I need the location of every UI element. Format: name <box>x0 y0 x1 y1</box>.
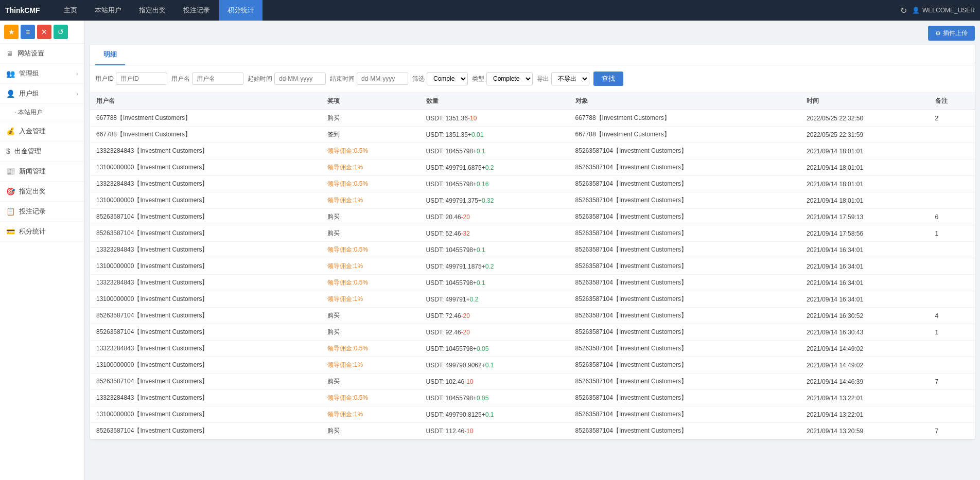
cell-amount: USDT: 10455798+0.1 <box>420 275 569 291</box>
cell-target: 667788【Investment Customers】 <box>569 110 800 127</box>
sidebar-btn-star[interactable]: ★ <box>4 25 19 39</box>
cell-amount: USDT: 10455798+0.1 <box>420 242 569 258</box>
deposit-icon: 💰 <box>6 127 15 135</box>
filter-type-select[interactable]: Complete <box>486 72 533 85</box>
col-target: 对象 <box>569 93 800 110</box>
cell-remark <box>929 357 975 374</box>
cell-award: 购买 <box>321 324 419 341</box>
main-card: 明细 用户ID 用户名 起始时间 结束时间 <box>90 45 975 439</box>
refresh-icon[interactable]: ↻ <box>900 6 907 15</box>
cell-target: 85263587104【Investment Customers】 <box>569 242 800 258</box>
nav-bets[interactable]: 投注记录 <box>175 0 218 21</box>
username-label: 用户名 <box>171 75 190 83</box>
sidebar-item-bet-records[interactable]: 📋 投注记录 <box>0 202 84 222</box>
sidebar-item-website[interactable]: 🖥 网站设置 <box>0 44 84 64</box>
cell-amount: USDT: 1351.36-10 <box>420 110 569 127</box>
cell-award: 领导佣金:0.5% <box>321 390 419 406</box>
cell-target: 85263587104【Investment Customers】 <box>569 225 800 242</box>
username-input[interactable] <box>192 73 243 85</box>
sidebar-toolbar: ★ ≡ ✕ ↺ <box>0 21 84 44</box>
sidebar-item-award[interactable]: 🎯 指定出奖 <box>0 182 84 202</box>
sidebar-item-withdraw[interactable]: $ 出金管理 <box>0 141 84 162</box>
filter-export-group: 导出 不导出 <box>537 72 589 85</box>
nav-users[interactable]: 本站用户 <box>86 0 130 21</box>
table-row: 667788【Investment Customers】 签到 USDT: 13… <box>90 127 975 143</box>
table-row: 13100000000【Investment Customers】 领导佣金:1… <box>90 159 975 176</box>
cell-time: 2021/09/14 16:34:01 <box>800 275 929 291</box>
cell-target: 85263587104【Investment Customers】 <box>569 275 800 291</box>
tab-bar: 明细 <box>90 45 975 65</box>
upload-plugin-button[interactable]: ⚙ 插件上传 <box>928 26 975 41</box>
cell-username: 667788【Investment Customers】 <box>90 127 321 143</box>
nav-home[interactable]: 主页 <box>56 0 85 21</box>
filter-type-group: 类型 Complete <box>472 72 533 85</box>
sidebar-item-deposit[interactable]: 💰 入金管理 <box>0 121 84 141</box>
cell-time: 2021/09/14 16:30:43 <box>800 324 929 341</box>
cell-username: 85263587104【Investment Customers】 <box>90 308 321 324</box>
cell-username: 667788【Investment Customers】 <box>90 110 321 127</box>
nav-prize[interactable]: 指定出奖 <box>131 0 174 21</box>
sidebar-btn-close[interactable]: ✕ <box>37 25 51 39</box>
cell-target: 85263587104【Investment Customers】 <box>569 143 800 159</box>
cell-time: 2021/09/14 17:59:13 <box>800 209 929 225</box>
cell-remark <box>929 192 975 209</box>
cell-time: 2021/09/14 17:58:56 <box>800 225 929 242</box>
cell-award: 签到 <box>321 127 419 143</box>
main-content: ⚙ 插件上传 明细 用户ID 用户名 <box>85 21 980 480</box>
cell-time: 2021/09/14 13:22:01 <box>800 390 929 406</box>
sidebar-item-local-users[interactable]: · 本站用户 <box>0 104 84 121</box>
cell-username: 13323284843【Investment Customers】 <box>90 143 321 159</box>
chevron-right-icon2: › <box>76 91 78 97</box>
user-icon: 👤 <box>912 7 920 14</box>
cell-amount: USDT: 499791.1875+0.2 <box>420 258 569 275</box>
cell-username: 85263587104【Investment Customers】 <box>90 324 321 341</box>
table-row: 13100000000【Investment Customers】 领导佣金:1… <box>90 291 975 308</box>
cell-remark <box>929 127 975 143</box>
sidebar-label-usergroup: 用户组 <box>19 89 39 98</box>
export-select[interactable]: 不导出 <box>551 72 589 85</box>
cell-amount: USDT: 10455798+0.05 <box>420 341 569 357</box>
endtime-input[interactable] <box>357 73 408 85</box>
cell-target: 85263587104【Investment Customers】 <box>569 406 800 423</box>
sidebar-item-points[interactable]: 💳 积分统计 <box>0 222 84 242</box>
cell-award: 领导佣金:0.5% <box>321 242 419 258</box>
cell-amount: USDT: 499791+0.2 <box>420 291 569 308</box>
cell-remark: 6 <box>929 209 975 225</box>
sidebar-item-usergroup[interactable]: 👤 用户组 › <box>0 84 84 104</box>
col-username: 用户名 <box>90 93 321 110</box>
sidebar-item-admin[interactable]: 👥 管理组 › <box>0 64 84 84</box>
endtime-label: 结束时间 <box>330 75 355 83</box>
user-area[interactable]: 👤 WELCOME_USER <box>912 7 975 14</box>
cell-amount: USDT: 499790.8125+0.1 <box>420 406 569 423</box>
search-button[interactable]: 查找 <box>593 72 623 86</box>
table-row: 85263587104【Investment Customers】 购买 USD… <box>90 225 975 242</box>
cell-amount: USDT: 499791.6875+0.2 <box>420 159 569 176</box>
userid-input[interactable] <box>116 73 167 85</box>
cell-remark: 7 <box>929 374 975 390</box>
nav-points[interactable]: 积分统计 <box>219 0 262 21</box>
cell-time: 2022/05/25 22:31:59 <box>800 127 929 143</box>
cell-award: 领导佣金:1% <box>321 357 419 374</box>
cell-remark <box>929 143 975 159</box>
tab-detail[interactable]: 明细 <box>95 45 125 65</box>
starttime-input[interactable] <box>274 73 326 85</box>
cell-amount: USDT: 10455798+0.16 <box>420 176 569 192</box>
cell-time: 2021/09/14 16:34:01 <box>800 242 929 258</box>
chevron-right-icon: › <box>76 70 78 77</box>
cell-award: 领导佣金:1% <box>321 258 419 275</box>
upload-icon: ⚙ <box>935 30 941 37</box>
sidebar-btn-menu[interactable]: ≡ <box>21 25 35 39</box>
username-label: WELCOME_USER <box>922 7 975 14</box>
filter-status-select[interactable]: Comple <box>427 72 468 85</box>
cell-amount: USDT: 10455798+0.1 <box>420 143 569 159</box>
cell-username: 13100000000【Investment Customers】 <box>90 406 321 423</box>
sidebar-item-news[interactable]: 📰 新闻管理 <box>0 162 84 182</box>
bet-icon: 📋 <box>6 207 15 216</box>
news-icon: 📰 <box>6 167 15 175</box>
table-row: 13100000000【Investment Customers】 领导佣金:1… <box>90 406 975 423</box>
award-icon: 🎯 <box>6 187 15 195</box>
cell-username: 13100000000【Investment Customers】 <box>90 357 321 374</box>
sidebar-btn-refresh[interactable]: ↺ <box>54 25 68 39</box>
cell-username: 13323284843【Investment Customers】 <box>90 176 321 192</box>
cell-username: 13323284843【Investment Customers】 <box>90 390 321 406</box>
